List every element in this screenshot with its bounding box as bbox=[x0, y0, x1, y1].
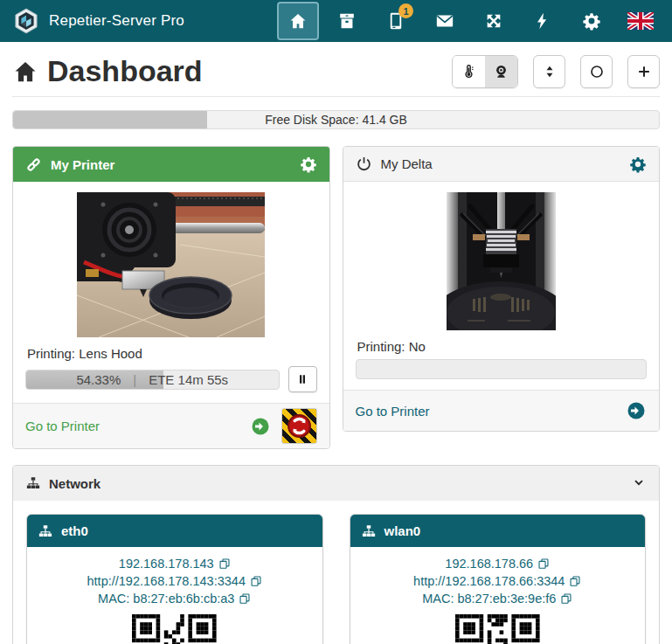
copy-icon[interactable] bbox=[569, 575, 581, 587]
nav-power-button[interactable] bbox=[523, 3, 562, 38]
arrow-circle-right-icon[interactable] bbox=[250, 416, 271, 437]
disk-space-label: Free Disk Space: 41.4 GB bbox=[13, 111, 659, 128]
copy-icon[interactable] bbox=[560, 592, 572, 605]
archive-box-icon bbox=[337, 11, 357, 31]
thermometer-icon bbox=[461, 63, 477, 80]
network-panel-title: Network bbox=[49, 476, 100, 491]
sitemap-icon bbox=[25, 475, 41, 491]
progress-separator: | bbox=[133, 372, 136, 387]
printer-card-my-printer: My Printer bbox=[12, 146, 330, 449]
printer-card-my-delta: My Delta bbox=[343, 146, 661, 432]
interface-mac: MAC: b8:27:eb:6b:cb:a3 bbox=[98, 590, 234, 607]
home-icon bbox=[288, 11, 308, 31]
interface-mac: MAC: b8:27:eb:3e:9e:f6 bbox=[422, 590, 556, 607]
nav-archive-button[interactable] bbox=[328, 3, 366, 38]
navbar: Repetier-Server Pro 1 bbox=[0, 0, 672, 42]
sitemap-icon bbox=[38, 523, 53, 539]
nav-home-button[interactable] bbox=[279, 3, 317, 38]
chevron-down-icon[interactable] bbox=[631, 475, 647, 491]
network-panel-header[interactable]: Network bbox=[13, 466, 659, 501]
flag-uk-icon bbox=[627, 12, 654, 30]
repetier-logo-icon bbox=[12, 7, 40, 35]
sort-button[interactable] bbox=[533, 55, 565, 88]
printer-name: My Delta bbox=[381, 156, 433, 171]
network-card-header: wlan0 bbox=[350, 515, 646, 547]
dashboard-home-icon bbox=[12, 59, 38, 85]
webcam-preview-my-delta[interactable] bbox=[356, 192, 648, 334]
network-panel: Network eth0 192.168.178.143 bbox=[12, 465, 660, 644]
interface-url[interactable]: http://192.168.178.143:3344 bbox=[87, 572, 246, 590]
printer-cards-row: My Printer bbox=[12, 146, 660, 449]
network-card-eth0: eth0 192.168.178.143 http://192.168.178.… bbox=[26, 514, 323, 644]
navbar-menu: 1 bbox=[279, 3, 660, 38]
header-divider bbox=[12, 96, 660, 97]
nav-move-button[interactable] bbox=[475, 3, 513, 38]
nav-messages-button[interactable] bbox=[426, 3, 464, 38]
webcam-preview-my-printer[interactable] bbox=[25, 192, 317, 341]
printer-settings-gear-icon[interactable] bbox=[629, 156, 647, 173]
printer-status: Printing: Lens Hood bbox=[27, 346, 317, 361]
go-to-printer-link[interactable]: Go to Printer bbox=[356, 404, 430, 419]
sort-arrows-icon bbox=[541, 63, 558, 80]
brand: Repetier-Server Pro bbox=[12, 7, 184, 35]
printer-card-header: My Printer bbox=[13, 147, 329, 182]
printer-name: My Printer bbox=[51, 157, 114, 172]
interface-name: wlan0 bbox=[384, 523, 421, 538]
pause-icon bbox=[295, 372, 309, 386]
mail-icon bbox=[435, 11, 454, 31]
view-toggle-group bbox=[452, 55, 518, 88]
network-panel-body: eth0 192.168.178.143 http://192.168.178.… bbox=[13, 501, 659, 644]
copy-icon[interactable] bbox=[537, 557, 550, 570]
print-progress-bar bbox=[356, 359, 648, 379]
emergency-stop-button[interactable] bbox=[281, 408, 317, 444]
pause-button[interactable] bbox=[288, 366, 317, 392]
printer-card-header: My Delta bbox=[343, 147, 660, 182]
plus-icon bbox=[635, 63, 653, 80]
expand-arrows-icon bbox=[484, 11, 503, 31]
nav-language-button[interactable] bbox=[621, 3, 660, 38]
interface-ip: 192.168.178.66 bbox=[445, 555, 533, 572]
disk-space-bar: Free Disk Space: 41.4 GB bbox=[12, 110, 660, 129]
emergency-stop-icon bbox=[285, 412, 314, 440]
page-header: Dashboard bbox=[12, 54, 660, 88]
webcam-icon bbox=[493, 63, 509, 80]
circle-outline-icon bbox=[588, 63, 606, 80]
webcam-view-button[interactable] bbox=[485, 56, 517, 87]
interface-name: eth0 bbox=[61, 523, 88, 538]
qr-code bbox=[357, 614, 639, 644]
network-card-header: eth0 bbox=[27, 515, 322, 547]
bolt-icon bbox=[533, 11, 552, 31]
network-card-wlan0: wlan0 192.168.178.66 http://192.168.178.… bbox=[350, 514, 647, 644]
page-title: Dashboard bbox=[47, 54, 203, 88]
qr-code bbox=[34, 614, 315, 644]
copy-icon[interactable] bbox=[250, 575, 262, 587]
interface-url[interactable]: http://192.168.178.66:3344 bbox=[413, 572, 565, 590]
nav-devices-button[interactable]: 1 bbox=[377, 3, 415, 38]
header-actions bbox=[452, 55, 660, 88]
print-progress-bar: 54.33% | ETE 14m 55s bbox=[25, 370, 280, 390]
app-title: Repetier-Server Pro bbox=[49, 12, 184, 30]
interface-ip: 192.168.178.143 bbox=[119, 555, 214, 572]
notification-badge: 1 bbox=[398, 3, 413, 18]
arrow-circle-right-icon[interactable] bbox=[626, 400, 647, 421]
copy-icon[interactable] bbox=[218, 557, 231, 570]
print-progress-percent: 54.33% bbox=[76, 372, 121, 387]
link-icon bbox=[25, 156, 42, 173]
circle-button[interactable] bbox=[580, 55, 613, 88]
printer-status: Printing: No bbox=[357, 339, 648, 354]
copy-icon[interactable] bbox=[239, 592, 251, 605]
temperature-view-button[interactable] bbox=[453, 56, 485, 87]
nav-settings-button[interactable] bbox=[572, 3, 611, 38]
printer-settings-gear-icon[interactable] bbox=[300, 156, 317, 173]
sitemap-icon bbox=[361, 523, 377, 539]
gear-icon bbox=[582, 11, 601, 31]
go-to-printer-link[interactable]: Go to Printer bbox=[25, 419, 100, 433]
add-button[interactable] bbox=[627, 55, 660, 88]
power-icon bbox=[356, 156, 372, 172]
print-progress-eta: ETE 14m 55s bbox=[149, 372, 228, 387]
